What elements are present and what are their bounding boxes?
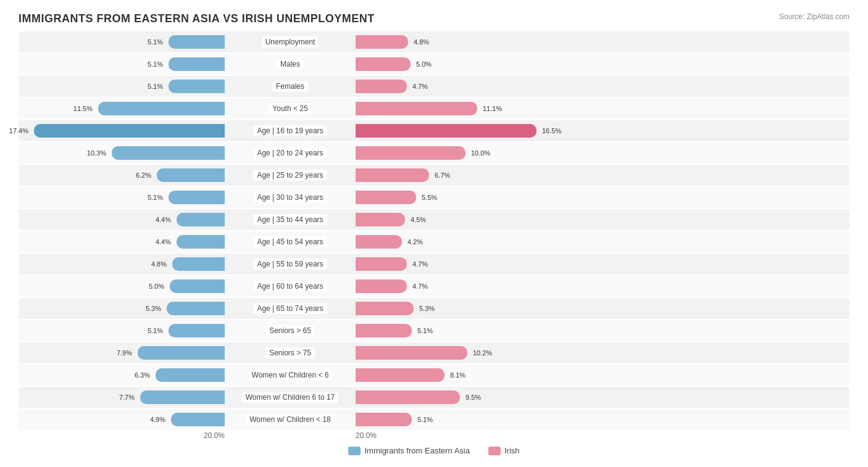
legend-pink-swatch [488, 447, 501, 455]
chart-wrapper: IMMIGRANTS FROM EASTERN ASIA VS IRISH UN… [19, 12, 849, 455]
bar-value-left: 11.5% [73, 105, 94, 112]
label-section: Age | 20 to 24 years [228, 147, 352, 159]
chart-title: IMMIGRANTS FROM EASTERN ASIA VS IRISH UN… [19, 12, 375, 25]
bar-label: Age | 16 to 19 years [253, 125, 327, 136]
left-section: 7.7% [19, 391, 228, 404]
label-section: Age | 35 to 44 years [228, 214, 352, 225]
bar-value-right: 4.7% [411, 260, 428, 268]
bar-value-left: 5.1% [148, 83, 165, 90]
bar-blue: 5.1% [169, 191, 225, 204]
right-section: 10.0% [352, 146, 562, 160]
bar-value-right: 4.7% [411, 83, 428, 90]
bar-value-right: 5.3% [417, 305, 435, 312]
bar-label: Women w/ Children 6 to 17 [242, 392, 339, 403]
label-section: Seniors > 65 [228, 325, 352, 336]
right-section: 4.7% [352, 80, 562, 93]
bar-pink: 10.2% [356, 346, 467, 360]
right-section: 11.1% [352, 102, 562, 115]
bar-pink: 5.1% [356, 324, 412, 337]
bar-pink: 6.7% [356, 168, 429, 182]
bar-blue: 7.7% [140, 391, 225, 404]
bar-row: 5.1% Males 5.0% [19, 54, 849, 75]
axis-row: 20.0% 20.0% [19, 431, 849, 440]
right-section: 6.7% [352, 168, 562, 182]
left-section: 4.4% [19, 235, 228, 249]
bar-value-right: 5.0% [414, 60, 432, 68]
bar-blue: 6.2% [157, 168, 225, 182]
bar-row: 6.3% Women w/ Children < 6 8.1% [19, 365, 849, 386]
label-section: Age | 65 to 74 years [228, 303, 352, 314]
bar-row: 6.2% Age | 25 to 29 years 6.7% [19, 165, 849, 186]
bar-label: Age | 65 to 74 years [253, 303, 327, 314]
label-section: Age | 25 to 29 years [228, 170, 352, 181]
legend-pink-label: Irish [504, 446, 520, 455]
bar-pink: 4.7% [356, 257, 407, 271]
bar-value-right: 4.5% [409, 216, 426, 223]
label-section: Age | 60 to 64 years [228, 281, 352, 292]
bar-row: 4.4% Age | 45 to 54 years 4.2% [19, 231, 849, 252]
right-section: 4.7% [352, 279, 562, 293]
bar-blue: 6.3% [156, 368, 225, 382]
right-section: 4.8% [352, 35, 562, 49]
label-section: Women w/ Children < 18 [228, 414, 352, 425]
left-section: 4.8% [19, 257, 228, 271]
bar-row: 5.1% Unemployment 4.8% [19, 31, 849, 52]
label-section: Males [228, 59, 352, 70]
bar-pink: 5.0% [356, 57, 411, 71]
label-section: Age | 30 to 34 years [228, 192, 352, 203]
left-section: 7.9% [19, 346, 228, 360]
bar-pink: 11.1% [356, 102, 477, 115]
bar-value-right: 6.7% [433, 172, 450, 179]
label-section: Females [228, 81, 352, 92]
bar-pink: 8.1% [356, 368, 444, 382]
left-section: 4.9% [19, 413, 228, 426]
left-section: 6.3% [19, 368, 228, 382]
right-section: 5.1% [352, 324, 562, 337]
bar-row: 10.3% Age | 20 to 24 years 10.0% [19, 143, 849, 163]
bar-row: 5.0% Age | 60 to 64 years 4.7% [19, 276, 849, 297]
bar-pink: 4.8% [356, 35, 408, 49]
right-section: 10.2% [352, 346, 562, 360]
left-section: 5.1% [19, 191, 228, 204]
bar-blue: 5.1% [169, 80, 225, 93]
source-text: Source: ZipAtlas.com [779, 12, 849, 21]
left-section: 5.1% [19, 324, 228, 337]
axis-right-label: 20.0% [356, 431, 377, 440]
bar-blue: 4.4% [177, 213, 225, 226]
right-section: 4.5% [352, 213, 562, 226]
bar-pink: 4.7% [356, 279, 407, 293]
bar-value-left: 4.8% [151, 260, 169, 268]
bar-label: Age | 60 to 64 years [253, 281, 327, 292]
left-section: 17.4% [19, 124, 228, 138]
legend-pink: Irish [488, 446, 520, 455]
bar-label: Women w/ Children < 18 [246, 414, 335, 425]
bar-blue: 4.9% [171, 413, 225, 426]
bar-pink: 9.5% [356, 391, 460, 404]
bar-value-left: 4.4% [156, 216, 173, 223]
left-section: 5.1% [19, 35, 228, 49]
left-section: 6.2% [19, 168, 228, 182]
bar-label: Seniors > 75 [265, 347, 315, 358]
bar-value-right: 9.5% [464, 394, 481, 401]
right-section: 5.0% [352, 57, 562, 71]
bar-row: 4.4% Age | 35 to 44 years 4.5% [19, 209, 849, 230]
bar-blue: 17.4% [34, 124, 225, 138]
bar-blue: 4.4% [177, 235, 225, 249]
bar-value-right: 10.2% [471, 349, 492, 357]
label-section: Women w/ Children 6 to 17 [228, 392, 352, 403]
bar-label: Age | 30 to 34 years [253, 192, 327, 203]
bar-blue: 5.1% [169, 57, 225, 71]
right-section: 5.1% [352, 413, 562, 426]
bar-blue: 7.9% [138, 346, 225, 360]
axis-left-label: 20.0% [204, 431, 225, 440]
bar-pink: 5.1% [356, 413, 412, 426]
label-section: Age | 45 to 54 years [228, 236, 352, 247]
bar-value-left: 4.4% [156, 238, 173, 246]
bar-value-right: 5.1% [415, 327, 433, 334]
bar-pink: 16.5% [356, 124, 536, 138]
legend: Immigrants from Eastern Asia Irish [19, 446, 849, 455]
legend-blue: Immigrants from Eastern Asia [348, 446, 470, 455]
bar-pink: 4.7% [356, 80, 407, 93]
bar-value-right: 10.0% [469, 149, 490, 157]
bar-row: 4.9% Women w/ Children < 18 5.1% [19, 409, 849, 430]
